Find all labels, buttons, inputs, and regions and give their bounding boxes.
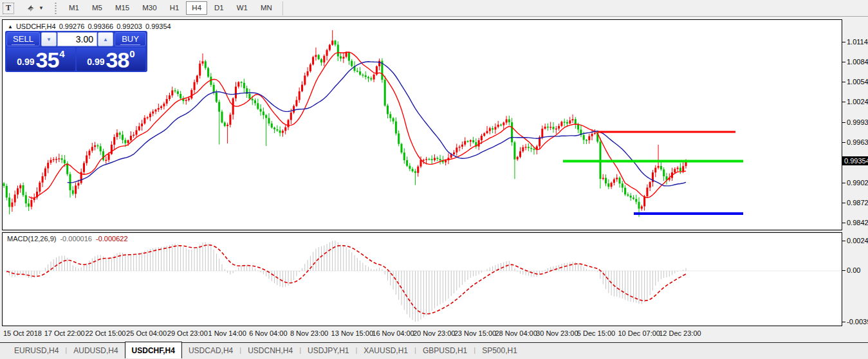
price-tick-label: 0.98725	[847, 199, 868, 207]
ohlc-close: 0.99354	[145, 23, 171, 30]
price-tick-dash	[842, 102, 845, 102]
date-tick-label: 17 Oct 22:00	[44, 329, 85, 337]
sell-price-small: 0.99	[17, 57, 34, 67]
macd-tick-label: 0.00	[847, 266, 868, 274]
timeframe-button-d1[interactable]: D1	[208, 1, 230, 15]
timeframe-button-h1[interactable]: H1	[164, 1, 185, 15]
buy-price-big: 38	[106, 50, 129, 69]
timeframe-button-m1[interactable]: M1	[63, 1, 85, 15]
price-tick-label: 1.00845	[847, 58, 868, 66]
toolbar-separator	[282, 1, 283, 15]
price-tick-dash	[842, 183, 845, 183]
volume-increase-button[interactable]: ▲	[98, 32, 113, 46]
date-tick-label: 10 Dec 07:00	[618, 329, 660, 337]
tab-xauusd[interactable]: XAUUSD,H1	[357, 344, 414, 358]
buy-price-small: 0.99	[87, 57, 104, 67]
price-tick-label: 0.98420	[847, 219, 868, 226]
price-tick-label: 0.99935	[847, 118, 868, 126]
macd-tick-label: 0.002492	[847, 237, 868, 244]
tab-usdcnh[interactable]: USDCNH,H4	[241, 344, 299, 358]
volume-input[interactable]	[57, 32, 97, 46]
sell-button[interactable]: SELL	[6, 32, 40, 46]
ohlc-high: 0.99366	[88, 23, 113, 30]
date-tick-label: 22 Oct 15:00	[85, 329, 125, 337]
date-tick-label: 12 Dec 23:00	[659, 329, 701, 337]
price-chart-pane: ▲ USDCHF,H4 0.99276 0.99366 0.99203 0.99…	[2, 19, 842, 230]
current-price-tag: 0.99354	[842, 156, 868, 165]
toolbar: T ▼ M1M5M15M30H1H4D1W1MN	[0, 0, 868, 17]
macd-indicator-pane: MACD(12,26,9) -0.000016 -0.000622	[2, 232, 842, 326]
price-tick-dash	[842, 122, 845, 123]
sell-price-sup: 4	[59, 48, 64, 59]
buy-button[interactable]: BUY	[115, 32, 146, 46]
toolbar-grip[interactable]	[54, 2, 57, 15]
chart-symbol: USDCHF,H4	[16, 23, 56, 30]
macd-name: MACD(12,26,9)	[7, 235, 56, 243]
timeframe-button-m5[interactable]: M5	[86, 1, 108, 15]
tab-eurusd[interactable]: EURUSD,H4	[8, 344, 65, 358]
collapse-arrow-icon[interactable]: ▲	[8, 24, 13, 30]
date-tick-label: 25 Oct 04:00	[126, 329, 167, 337]
volume-decrease-button[interactable]: ▼	[41, 32, 57, 46]
timeframe-button-mn[interactable]: MN	[255, 1, 278, 15]
price-tick-dash	[842, 142, 845, 143]
terminal-window: T ▼ M1M5M15M30H1H4D1W1MN ▲ USDCHF,H4 0.9…	[0, 0, 868, 359]
ohlc-open: 0.99276	[59, 23, 85, 30]
tab-gbpusd[interactable]: GBPUSD,H1	[416, 344, 474, 358]
macd-label: MACD(12,26,9) -0.000016 -0.000622	[7, 235, 128, 243]
date-tick-label: 1 Nov 14:00	[208, 329, 246, 337]
price-tick-label: 0.99025	[847, 179, 868, 187]
date-tick-label: 28 Nov 04:00	[495, 329, 537, 337]
chart-tab-bar: EURUSD,H4|AUDUSD,H4USDCHF,H4USDCAD,H4|US…	[0, 342, 868, 359]
date-tick-label: 15 Oct 2018	[3, 329, 42, 337]
price-tick-dash	[842, 82, 845, 82]
price-tick-label: 1.00540	[847, 78, 868, 86]
tab-usdjpy[interactable]: USDJPY,H1	[301, 344, 355, 358]
macd-signal-value: -0.000622	[96, 235, 128, 243]
sell-price-big: 35	[36, 50, 59, 69]
date-tick-label: 20 Nov 23:00	[413, 329, 455, 337]
tab-usdcad[interactable]: USDCAD,H4	[182, 344, 239, 358]
price-tick-dash	[842, 223, 845, 223]
price-tick-dash	[842, 203, 845, 203]
tab-audusd[interactable]: AUDUSD,H4	[67, 344, 124, 358]
ohlc-low: 0.99203	[116, 23, 142, 30]
date-tick-label: 13 Nov 15:00	[331, 329, 373, 337]
price-tick-dash	[842, 42, 845, 42]
date-tick-label: 29 Oct 23:00	[167, 329, 208, 337]
timeframe-button-group: M1M5M15M30H1H4D1W1MN	[62, 1, 279, 15]
macd-tick-label: -0.00391	[847, 318, 868, 326]
date-tick-label: 8 Nov 23:00	[290, 329, 328, 337]
buy-price-sup: 0	[129, 48, 134, 59]
timeframe-button-h4[interactable]: H4	[186, 1, 207, 15]
timeframe-button-m30[interactable]: M30	[136, 1, 162, 15]
buy-price-quote[interactable]: 0.99 38 0	[77, 48, 145, 71]
text-tool-button[interactable]: T	[3, 3, 14, 14]
sell-price-quote[interactable]: 0.99 35 4	[6, 48, 75, 71]
one-click-trading-panel: SELL ▼ ▲ BUY 0.99 35 4 0.99 38 0	[5, 31, 147, 72]
price-tick-label: 1.01145	[847, 38, 868, 46]
timeframe-button-w1[interactable]: W1	[231, 1, 254, 15]
date-tick-label: 16 Nov 04:00	[372, 329, 414, 337]
macd-tick-dash	[842, 322, 845, 322]
macd-tick-dash	[842, 241, 845, 241]
timeframe-button-m15[interactable]: M15	[109, 1, 135, 15]
tab-usdchf[interactable]: USDCHF,H4	[125, 342, 182, 358]
macd-main-value: -0.000016	[60, 235, 92, 243]
tab-sp500[interactable]: SP500,H1	[476, 344, 524, 358]
macd-canvas[interactable]	[3, 233, 842, 326]
cursor-arrows-icon[interactable]	[24, 3, 37, 14]
chart-title: ▲ USDCHF,H4 0.99276 0.99366 0.99203 0.99…	[8, 23, 171, 30]
date-tick-label: 23 Nov 15:00	[454, 329, 496, 337]
date-tick-label: 5 Dec 15:00	[577, 329, 615, 337]
chevron-down-icon[interactable]: ▼	[39, 5, 44, 11]
date-tick-label: 30 Nov 23:00	[536, 329, 578, 337]
price-tick-label: 1.00240	[847, 98, 868, 106]
price-tick-dash	[842, 62, 845, 62]
date-tick-label: 6 Nov 04:00	[249, 329, 287, 337]
price-tick-label: 0.99635	[847, 138, 868, 146]
macd-tick-dash	[842, 270, 845, 271]
